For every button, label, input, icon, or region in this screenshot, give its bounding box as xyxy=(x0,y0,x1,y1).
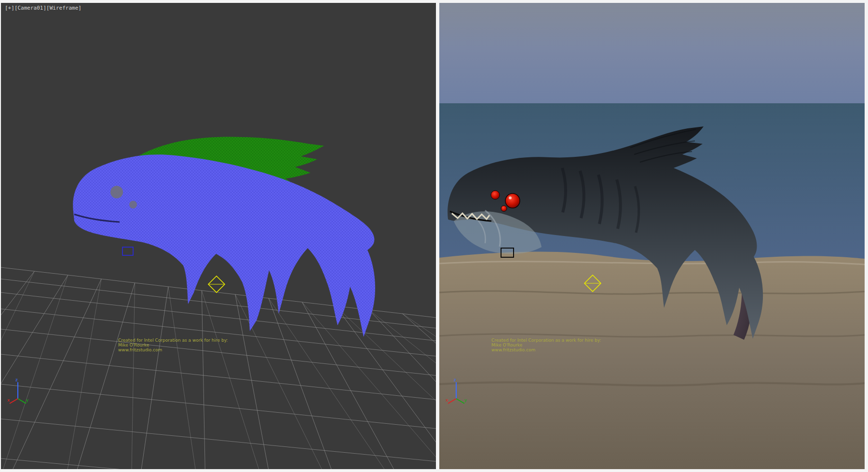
axis-label-x: x xyxy=(7,398,10,403)
axis-label-z: z xyxy=(15,377,18,382)
world-axis-tripod: z x y xyxy=(7,376,29,405)
viewport-menu-plus[interactable]: [+] xyxy=(443,5,453,11)
viewport-wireframe[interactable]: [+][Camera01][Wireframe] Created for Int… xyxy=(1,3,436,469)
axis-label-x: x xyxy=(446,398,448,403)
diamond-gizmo[interactable] xyxy=(208,276,225,292)
fish-eye-large xyxy=(110,186,123,198)
wireframe-scene xyxy=(1,3,436,469)
viewport-menu-camera[interactable]: [Camera01] xyxy=(14,5,46,11)
viewport-menu-plus[interactable]: [+] xyxy=(5,5,14,11)
watermark-line2: Mike O'Rourke xyxy=(118,343,228,347)
fish-eye-highlight xyxy=(509,196,512,199)
axis-label-z: z xyxy=(454,377,456,382)
watermark-line1: Created for Intel Corporation as a work … xyxy=(491,338,601,343)
watermark-line1: Created for Intel Corporation as a work … xyxy=(118,338,228,343)
fish-eye-medium xyxy=(491,191,500,199)
world-axis-tripod: z x y xyxy=(445,376,467,405)
sand-floor xyxy=(439,251,865,469)
watermark-line3: www.fritzstudio.com xyxy=(491,347,601,352)
fish-eye-small xyxy=(501,206,507,211)
viewport-label: [+][Camera01][Wireframe] xyxy=(5,5,81,11)
viewport-shaded[interactable]: [+][Camera01][Shaded] Created for Intel … xyxy=(439,3,865,469)
selection-rect-gizmo[interactable] xyxy=(122,247,133,255)
axis-label-y: y xyxy=(26,398,29,403)
shaded-scene xyxy=(439,3,865,469)
viewport-menu-shading-mode[interactable]: [Shaded] xyxy=(485,5,510,11)
dual-viewport-stage: [+][Camera01][Wireframe] Created for Int… xyxy=(0,0,868,472)
fish-eye-large xyxy=(505,194,520,208)
sky xyxy=(439,3,865,103)
fish-body-wire-texture xyxy=(73,154,375,337)
viewport-menu-shading-mode[interactable]: [Wireframe] xyxy=(46,5,81,11)
fish-body-wireframe[interactable] xyxy=(73,154,375,337)
axis-label-y: y xyxy=(464,398,467,403)
fish-eye-small xyxy=(129,201,137,208)
viewport-menu-camera[interactable]: [Camera01] xyxy=(453,5,485,11)
watermark-line2: Mike O'Rourke xyxy=(491,343,601,347)
viewport-label: [+][Camera01][Shaded] xyxy=(443,5,510,11)
watermark-text: Created for Intel Corporation as a work … xyxy=(491,338,601,352)
watermark-line3: www.fritzstudio.com xyxy=(118,347,228,352)
watermark-text: Created for Intel Corporation as a work … xyxy=(118,338,228,352)
